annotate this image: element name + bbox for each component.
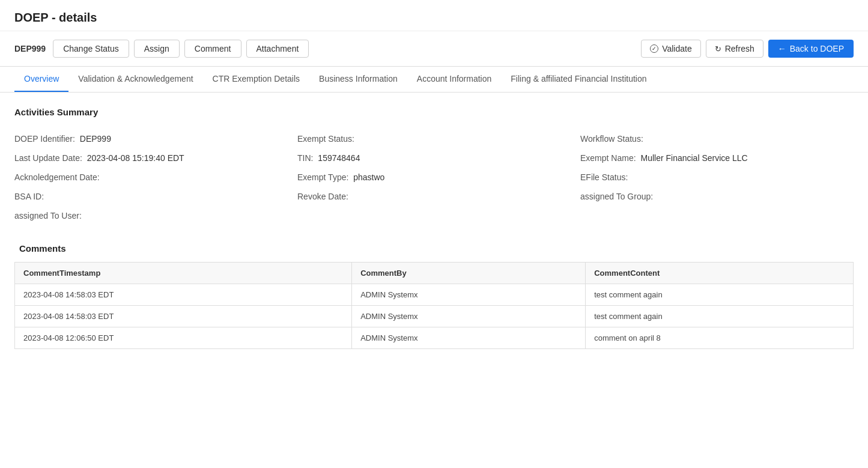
comments-table: CommentTimestamp CommentBy CommentConten… [14,262,854,349]
refresh-icon: ↻ [715,44,721,53]
refresh-button[interactable]: ↻ Refresh [706,40,763,58]
comment-cell-timestamp: 2023-04-08 14:58:03 EDT [15,284,352,306]
tab-ctr[interactable]: CTR Exemption Details [203,67,310,92]
toolbar: DEP999 Change Status Assign Comment Atta… [0,31,868,67]
toolbar-id: DEP999 [14,44,46,53]
back-to-doep-button[interactable]: ← Back to DOEP [768,40,854,58]
activities-summary-fields: DOEP Identifier: DEP999 Last Update Date… [14,129,854,225]
comments-title: Comments [14,243,854,254]
col-header-by: CommentBy [352,263,586,284]
comments-table-body: 2023-04-08 14:58:03 EDTADMIN Systemxtest… [15,284,854,349]
comment-cell-timestamp: 2023-04-08 14:58:03 EDT [15,306,352,327]
bsa-id-field: BSA ID: [14,187,288,206]
page-header: DOEP - details [0,0,868,31]
attachment-button[interactable]: Attachment [246,40,309,58]
tabs-nav: Overview Validation & Acknowledgement CT… [0,67,868,93]
last-update-date-field: Last Update Date: 2023-04-08 15:19:40 ED… [14,148,288,168]
tab-account[interactable]: Account Information [407,67,502,92]
comment-cell-by: ADMIN Systemx [352,284,586,306]
table-row: 2023-04-08 14:58:03 EDTADMIN Systemxtest… [15,306,854,327]
comment-cell-by: ADMIN Systemx [352,306,586,327]
comment-cell-timestamp: 2023-04-08 12:06:50 EDT [15,327,352,349]
change-status-button[interactable]: Change Status [53,40,129,58]
table-row: 2023-04-08 12:06:50 EDTADMIN Systemxcomm… [15,327,854,349]
validate-icon: ✓ [650,44,658,53]
validate-button[interactable]: ✓ Validate [641,40,701,58]
summary-col1: DOEP Identifier: DEP999 Last Update Date… [14,129,288,225]
col-header-timestamp: CommentTimestamp [15,263,352,284]
comment-cell-content: test comment again [586,284,854,306]
page-title: DOEP - details [14,11,854,25]
comment-cell-by: ADMIN Systemx [352,327,586,349]
comment-button[interactable]: Comment [184,40,241,58]
activities-summary-title: Activities Summary [14,107,854,117]
col-header-content: CommentContent [586,263,854,284]
assigned-to-group-field: assigned To Group: [580,187,854,206]
assign-button[interactable]: Assign [134,40,180,58]
tab-business[interactable]: Business Information [309,67,407,92]
acknowledgement-date-field: Acknoledgement Date: [14,168,288,187]
tab-filing[interactable]: Filing & affiliated Financial Institutio… [501,67,656,92]
exempt-name-field: Exempt Name: Muller Financial Service LL… [580,148,854,168]
back-arrow-icon: ← [778,44,786,53]
workflow-status-field: Workflow Status: [580,129,854,148]
exempt-type-field: Exempt Type: phastwo [297,168,571,187]
tin-field: TIN: 159748464 [297,148,571,168]
tab-validation[interactable]: Validation & Acknowledgement [68,67,202,92]
assigned-to-user-field: assigned To User: [14,206,288,225]
comments-section: Comments CommentTimestamp CommentBy Comm… [14,243,854,349]
revoke-date-field: Revoke Date: [297,187,571,206]
comment-cell-content: comment on april 8 [586,327,854,349]
summary-col2: Exempt Status: TIN: 159748464 Exempt Typ… [297,129,571,225]
comment-cell-content: test comment again [586,306,854,327]
summary-col3: Workflow Status: Exempt Name: Muller Fin… [580,129,854,225]
doep-identifier-field: DOEP Identifier: DEP999 [14,129,288,148]
table-row: 2023-04-08 14:58:03 EDTADMIN Systemxtest… [15,284,854,306]
exempt-status-field: Exempt Status: [297,129,571,148]
comments-table-header: CommentTimestamp CommentBy CommentConten… [15,263,854,284]
tab-overview[interactable]: Overview [14,67,68,92]
efile-status-field: EFile Status: [580,168,854,187]
main-content: Activities Summary DOEP Identifier: DEP9… [0,93,868,363]
